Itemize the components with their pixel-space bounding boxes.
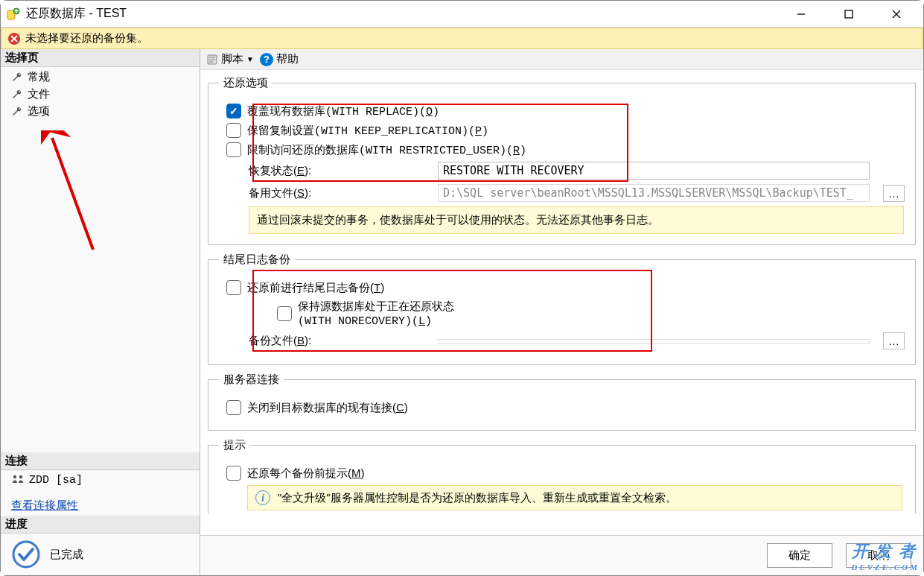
restore-db-icon xyxy=(7,7,20,21)
fulltext-hint: i "全文升级"服务器属性控制是否为还原的数据库导入、重新生成或重置全文检索。 xyxy=(247,485,902,510)
svg-point-10 xyxy=(19,475,22,478)
help-button[interactable]: ? 帮助 xyxy=(260,52,299,66)
wrench-icon xyxy=(11,106,23,118)
select-page-header: 选择页 xyxy=(1,49,200,67)
recovery-state-value[interactable]: RESTORE WITH RECOVERY xyxy=(438,162,870,180)
connection-info: ZDD [sa] xyxy=(1,472,200,488)
standby-browse-button[interactable]: … xyxy=(883,185,905,202)
tail-log-before-checkbox-row[interactable]: 还原前进行结尾日志备份(T) xyxy=(226,280,905,295)
svg-point-9 xyxy=(13,475,16,478)
help-icon: ? xyxy=(260,53,273,66)
server-icon xyxy=(11,473,25,487)
cancel-button[interactable]: 取消 xyxy=(846,543,911,568)
backup-file-label: 备份文件(B): xyxy=(249,334,427,348)
backup-file-value[interactable] xyxy=(438,339,870,344)
sidebar-item-general[interactable]: 常规 xyxy=(1,69,200,86)
close-connections-checkbox-row[interactable]: 关闭到目标数据库的现有连接(C) xyxy=(226,400,905,415)
standby-file-label: 备用文件(S): xyxy=(249,186,427,200)
keep-replication-checkbox[interactable] xyxy=(226,123,241,138)
connection-header: 连接 xyxy=(1,452,200,470)
warning-bar: 未选择要还原的备份集。 xyxy=(1,28,923,49)
script-icon xyxy=(206,54,218,66)
prompt-group: 提示 还原每个备份前提示(M) i "全文升级"服务器属性控制是否为还原的数据库… xyxy=(208,438,916,513)
minimize-button[interactable] xyxy=(786,4,816,25)
warning-text: 未选择要还原的备份集。 xyxy=(25,31,148,45)
toolbar: 脚本 ▼ ? 帮助 xyxy=(200,49,923,70)
restore-options-group: 还原选项 覆盖现有数据库(WITH REPLACE)(O) 保留复制设置(WIT… xyxy=(208,76,916,245)
close-connections-checkbox[interactable] xyxy=(226,400,241,415)
tail-log-before-checkbox[interactable] xyxy=(226,280,241,295)
sidebar-item-files[interactable]: 文件 xyxy=(1,86,200,103)
view-connection-link[interactable]: 查看连接属性 xyxy=(1,496,200,516)
prompt-each-checkbox-row[interactable]: 还原每个备份前提示(M) xyxy=(226,466,905,481)
overwrite-checkbox[interactable] xyxy=(226,104,241,118)
overwrite-checkbox-row[interactable]: 覆盖现有数据库(WITH REPLACE)(O) xyxy=(226,104,905,118)
titlebar: 还原数据库 - TEST xyxy=(1,1,923,28)
script-button[interactable]: 脚本 ▼ xyxy=(206,52,254,66)
sidebar-item-options[interactable]: 选项 xyxy=(1,103,200,120)
svg-rect-3 xyxy=(845,10,853,18)
check-circle-icon xyxy=(11,539,41,569)
server-connection-group: 服务器连接 关闭到目标数据库的现有连接(C) xyxy=(208,373,916,431)
maximize-button[interactable] xyxy=(834,4,864,25)
keep-replication-checkbox-row[interactable]: 保留复制设置(WITH KEEP_REPLICATION)(P) xyxy=(226,123,905,138)
window-title: 还原数据库 - TEST xyxy=(26,6,786,22)
restricted-user-checkbox-row[interactable]: 限制访问还原的数据库(WITH RESTRICTED_USER)(R) xyxy=(226,142,905,157)
recovery-note: 通过回滚未提交的事务，使数据库处于可以使用的状态。无法还原其他事务日志。 xyxy=(249,206,904,234)
chevron-down-icon: ▼ xyxy=(246,55,254,63)
keep-source-checkbox[interactable] xyxy=(277,306,292,321)
close-button[interactable] xyxy=(882,4,911,25)
tail-log-group: 结尾日志备份 还原前进行结尾日志备份(T) 保持源数据库处于正在还原状态(WIT… xyxy=(208,253,916,365)
recovery-state-label: 恢复状态(E): xyxy=(249,164,427,178)
restricted-user-checkbox[interactable] xyxy=(226,142,241,157)
progress-header: 进度 xyxy=(1,516,200,534)
wrench-icon xyxy=(11,72,23,83)
ok-button[interactable]: 确定 xyxy=(767,543,832,568)
keep-source-checkbox-row[interactable]: 保持源数据库处于正在还原状态(WITH NORECOVERY)(L) xyxy=(277,300,905,328)
wrench-icon xyxy=(11,89,23,101)
standby-file-value[interactable]: D:\SQL server\beanRoot\MSSQL13.MSSQLSERV… xyxy=(438,184,870,202)
dialog-footer: 确定 取消 xyxy=(200,535,923,575)
prompt-each-checkbox[interactable] xyxy=(226,466,241,481)
progress-status: 已完成 xyxy=(1,534,200,575)
backup-file-browse-button[interactable]: … xyxy=(883,332,905,349)
error-icon xyxy=(7,32,21,45)
info-icon: i xyxy=(255,490,270,505)
svg-point-11 xyxy=(13,542,39,567)
